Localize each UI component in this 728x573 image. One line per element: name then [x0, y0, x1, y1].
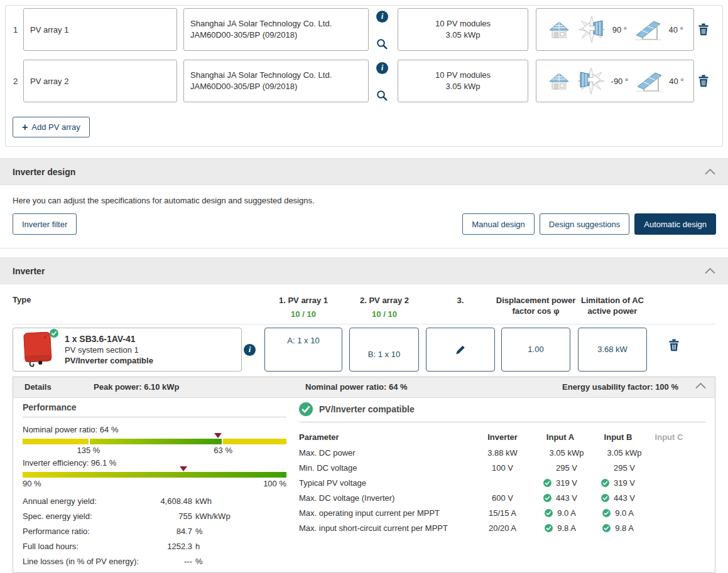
module-count-field[interactable]: 10 PV modules 3.05 kWp: [398, 60, 528, 102]
module-search-icon[interactable]: [376, 38, 388, 50]
string-config-box-3-edit[interactable]: [426, 328, 495, 372]
array-power: 3.05 kWp: [398, 29, 528, 41]
stat-unit: kWh/kWp: [195, 511, 231, 521]
table-row: Typical PV voltage 319 V 319 V: [299, 475, 706, 490]
delete-pv-array-button[interactable]: [694, 60, 713, 102]
module-count-field[interactable]: 10 PV modules 3.05 kWp: [398, 8, 528, 51]
value: 319 V: [614, 478, 635, 488]
pencil-icon: [455, 344, 466, 355]
check-circle-icon: [299, 402, 313, 416]
trash-icon: [698, 75, 709, 87]
collapse-details-button[interactable]: [695, 383, 706, 389]
input-b-config: B: 1 x 10: [350, 348, 418, 361]
inverter-section-name: PV system section 1: [65, 345, 153, 355]
tilt-panel-icon: [633, 18, 662, 41]
performance-title: Performance: [23, 402, 286, 412]
inverter-info-icon[interactable]: i: [244, 344, 256, 356]
roof-house-icon: [546, 70, 572, 92]
check-circle-icon: [545, 509, 553, 517]
delete-inverter-button[interactable]: [665, 339, 683, 351]
collapse-inverter-design-button[interactable]: [705, 169, 715, 175]
input-b-value: 9.8 A: [589, 523, 647, 533]
string-config-box-array-2[interactable]: B: 1 x 10: [349, 328, 419, 372]
input-b-value: 319 V: [589, 478, 647, 488]
check-circle-icon: [601, 494, 609, 502]
module-select-field[interactable]: Shanghai JA Solar Technology Co. Ltd. JA…: [183, 8, 369, 51]
input-a-value: 9.8 A: [531, 523, 589, 533]
col-input-b: Input B: [589, 432, 647, 442]
column-label: 1. PV array 1: [259, 295, 347, 306]
manual-design-button[interactable]: Manual design: [462, 213, 535, 235]
orientation-field[interactable]: -90 ° 40 °: [536, 60, 694, 102]
stat-value: 4,608.48: [145, 496, 192, 506]
divider: [23, 417, 286, 417]
add-pv-array-button[interactable]: + Add PV array: [13, 117, 90, 137]
module-select-field[interactable]: Shanghai JA Solar Technology Co. Ltd. JA…: [183, 60, 369, 102]
pv-arrays-panel: 1 PV array 1 Shanghai JA Solar Technolog…: [5, 5, 723, 147]
pv-array-name: PV array 1: [30, 25, 68, 35]
stat-value: 755: [145, 511, 192, 521]
stat-label: Full load hours:: [23, 542, 145, 551]
column-header-pv-array-2: 2. PV array 2 10 / 10: [340, 295, 428, 319]
gauge-segment-optimal: [89, 439, 223, 444]
input-a-value: 295 V: [531, 463, 589, 473]
chevron-up-icon: [705, 268, 715, 274]
pv-array-name-field[interactable]: PV array 2: [23, 60, 177, 102]
value: 295 V: [614, 463, 635, 473]
roof-house-icon: [546, 18, 572, 41]
check-circle-icon: [543, 494, 551, 502]
automatic-design-label: Automatic design: [644, 220, 707, 229]
value: 9.8 A: [615, 523, 634, 533]
module-info-icon[interactable]: i: [376, 11, 388, 23]
inverter-filter-button[interactable]: Inverter filter: [13, 213, 77, 235]
input-a-config-empty: [350, 334, 418, 348]
inverter-design-title: Inverter design: [13, 167, 75, 177]
gauge-tick-135: 135 %: [77, 446, 101, 455]
column-header-pv-array-1: 1. PV array 1 10 / 10: [259, 295, 347, 319]
module-manufacturer: Shanghai JA Solar Technology Co. Ltd.: [190, 70, 368, 81]
param-name: Max. DC power: [299, 448, 474, 458]
compatibility-title: PV/Inverter compatible: [319, 404, 415, 414]
pv-array-row-number: 2: [13, 60, 23, 102]
column-header-cos-phi: Displacement power factor cos φ: [492, 295, 580, 316]
value: 3.05 kWp: [550, 448, 584, 458]
cos-phi-box[interactable]: 1.00: [501, 328, 570, 372]
pv-array-name-field[interactable]: PV array 1: [23, 8, 177, 51]
pv-array-row-number: 1: [13, 8, 23, 51]
string-config-box-array-1[interactable]: A: 1 x 10: [264, 328, 342, 372]
azimuth-compass-icon: [578, 16, 606, 43]
module-count: 10 PV modules: [398, 70, 528, 81]
automatic-design-button[interactable]: Automatic design: [634, 213, 716, 235]
value: 443 V: [556, 493, 577, 503]
value: 9.0 A: [615, 508, 634, 518]
stat-line-losses: Line losses (in % of PV energy): --- %: [23, 554, 286, 569]
module-search-icon[interactable]: [376, 90, 388, 101]
col-input-a: Input A: [531, 432, 589, 442]
value: 3.05 kWp: [607, 448, 642, 458]
pv-array-name: PV array 2: [30, 77, 68, 86]
input-b-value: 295 V: [589, 463, 647, 473]
gauge-segment-low: [23, 439, 89, 444]
inverter-value: 600 V: [474, 493, 531, 503]
stat-label: Spec. energy yield:: [23, 511, 145, 521]
delete-pv-array-button[interactable]: [694, 8, 713, 51]
nominal-power-ratio-label: Nominal power ratio: 64 %: [23, 425, 286, 434]
module-actions: i: [375, 60, 391, 102]
inverter-type-card[interactable]: 1 x SB3.6-1AV-41 PV system section 1 PV/…: [13, 328, 242, 372]
inverter-ok-badge: [50, 329, 58, 338]
table-row: Min. DC voltage 100 V 295 V 295 V: [299, 460, 706, 475]
trash-icon: [668, 339, 680, 351]
orientation-field[interactable]: 90 ° 40 °: [536, 8, 694, 51]
module-info-icon[interactable]: i: [376, 62, 388, 74]
type-column-header: Type: [13, 295, 31, 304]
inverter-info: 1 x SB3.6-1AV-41 PV system section 1 PV/…: [65, 334, 153, 366]
ac-power-limit-box[interactable]: 3.68 kW: [578, 328, 647, 372]
stat-unit: h: [195, 542, 200, 551]
collapse-inverter-button[interactable]: [705, 268, 715, 274]
col-input-c: Input C: [647, 432, 691, 442]
plus-icon: +: [22, 122, 28, 133]
value: 9.0 A: [557, 508, 576, 518]
col-inverter: Inverter: [474, 432, 531, 442]
tilt-value: 40 °: [668, 25, 683, 35]
design-suggestions-button[interactable]: Design suggestions: [540, 213, 629, 235]
